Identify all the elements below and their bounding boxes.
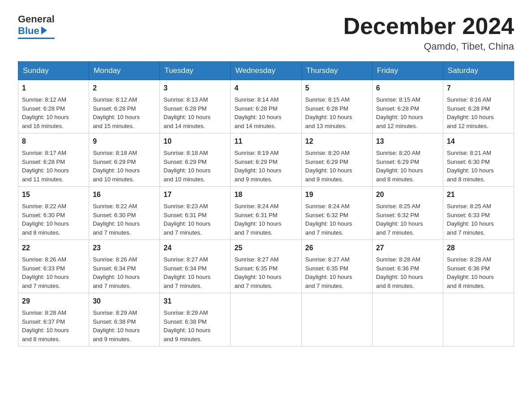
day-number: 31: [163, 296, 227, 307]
day-info: Sunrise: 8:19 AMSunset: 6:29 PMDaylight:…: [234, 149, 297, 184]
day-info: Sunrise: 8:28 AMSunset: 6:36 PMDaylight:…: [376, 255, 439, 290]
day-number: 30: [93, 296, 156, 307]
day-number: 19: [305, 189, 369, 200]
day-info: Sunrise: 8:18 AMSunset: 6:29 PMDaylight:…: [163, 149, 227, 184]
day-info: Sunrise: 8:12 AMSunset: 6:28 PMDaylight:…: [93, 95, 156, 130]
calendar-week-5: 29Sunrise: 8:28 AMSunset: 6:37 PMDayligh…: [18, 293, 514, 347]
day-info: Sunrise: 8:25 AMSunset: 6:32 PMDaylight:…: [376, 202, 439, 237]
calendar-cell: 29Sunrise: 8:28 AMSunset: 6:37 PMDayligh…: [18, 293, 89, 347]
day-info: Sunrise: 8:21 AMSunset: 6:30 PMDaylight:…: [447, 149, 510, 184]
day-info: Sunrise: 8:16 AMSunset: 6:28 PMDaylight:…: [447, 95, 510, 130]
calendar-cell: 2Sunrise: 8:12 AMSunset: 6:28 PMDaylight…: [89, 80, 160, 133]
calendar-cell: 27Sunrise: 8:28 AMSunset: 6:36 PMDayligh…: [372, 240, 443, 293]
day-info: Sunrise: 8:26 AMSunset: 6:33 PMDaylight:…: [22, 255, 85, 290]
logo-blue-text: Blue: [18, 25, 39, 37]
weekday-header-row: SundayMondayTuesdayWednesdayThursdayFrid…: [18, 62, 514, 80]
weekday-header-wednesday: Wednesday: [231, 62, 301, 80]
day-number: 25: [234, 243, 297, 253]
day-info: Sunrise: 8:26 AMSunset: 6:34 PMDaylight:…: [93, 255, 156, 290]
day-number: 5: [305, 83, 369, 94]
day-info: Sunrise: 8:28 AMSunset: 6:37 PMDaylight:…: [22, 308, 85, 343]
calendar-cell: [231, 293, 301, 347]
day-info: Sunrise: 8:29 AMSunset: 6:38 PMDaylight:…: [163, 308, 227, 343]
day-number: 3: [163, 83, 227, 94]
calendar-cell: 19Sunrise: 8:24 AMSunset: 6:32 PMDayligh…: [301, 187, 372, 240]
calendar-cell: 15Sunrise: 8:22 AMSunset: 6:30 PMDayligh…: [18, 187, 89, 240]
calendar-cell: 28Sunrise: 8:28 AMSunset: 6:36 PMDayligh…: [443, 240, 514, 293]
calendar-cell: 10Sunrise: 8:18 AMSunset: 6:29 PMDayligh…: [160, 133, 231, 187]
day-info: Sunrise: 8:14 AMSunset: 6:28 PMDaylight:…: [234, 95, 297, 130]
calendar-cell: 30Sunrise: 8:29 AMSunset: 6:38 PMDayligh…: [89, 293, 160, 347]
day-info: Sunrise: 8:15 AMSunset: 6:28 PMDaylight:…: [376, 95, 439, 130]
calendar-cell: 26Sunrise: 8:27 AMSunset: 6:35 PMDayligh…: [301, 240, 372, 293]
day-info: Sunrise: 8:22 AMSunset: 6:30 PMDaylight:…: [93, 202, 156, 237]
page-header: General Blue December 2024 Qamdo, Tibet,…: [18, 13, 514, 52]
calendar-cell: 3Sunrise: 8:13 AMSunset: 6:28 PMDaylight…: [160, 80, 231, 133]
day-number: 28: [447, 243, 510, 253]
day-number: 15: [22, 189, 85, 200]
calendar-cell: 12Sunrise: 8:20 AMSunset: 6:29 PMDayligh…: [301, 133, 372, 187]
day-number: 29: [22, 296, 85, 307]
day-info: Sunrise: 8:12 AMSunset: 6:28 PMDaylight:…: [22, 95, 85, 130]
calendar-cell: 8Sunrise: 8:17 AMSunset: 6:28 PMDaylight…: [18, 133, 89, 187]
day-number: 26: [305, 243, 369, 253]
calendar-table: SundayMondayTuesdayWednesdayThursdayFrid…: [18, 61, 514, 347]
day-info: Sunrise: 8:25 AMSunset: 6:33 PMDaylight:…: [447, 202, 510, 237]
weekday-header-friday: Friday: [372, 62, 443, 80]
day-number: 2: [93, 83, 156, 94]
location-title: Qamdo, Tibet, China: [343, 41, 514, 52]
day-info: Sunrise: 8:22 AMSunset: 6:30 PMDaylight:…: [22, 202, 85, 237]
day-number: 4: [234, 83, 297, 94]
day-info: Sunrise: 8:27 AMSunset: 6:35 PMDaylight:…: [234, 255, 297, 290]
day-number: 21: [447, 189, 510, 200]
logo-underline: [18, 38, 55, 39]
logo-arrow-icon: [41, 26, 47, 34]
calendar-cell: 16Sunrise: 8:22 AMSunset: 6:30 PMDayligh…: [89, 187, 160, 240]
day-number: 17: [163, 189, 227, 200]
day-number: 13: [376, 136, 439, 147]
weekday-header-monday: Monday: [89, 62, 160, 80]
calendar-cell: 9Sunrise: 8:18 AMSunset: 6:29 PMDaylight…: [89, 133, 160, 187]
calendar-cell: 6Sunrise: 8:15 AMSunset: 6:28 PMDaylight…: [372, 80, 443, 133]
calendar-cell: 18Sunrise: 8:24 AMSunset: 6:31 PMDayligh…: [231, 187, 301, 240]
day-info: Sunrise: 8:18 AMSunset: 6:29 PMDaylight:…: [93, 149, 156, 184]
day-number: 9: [93, 136, 156, 147]
day-number: 18: [234, 189, 297, 200]
day-number: 12: [305, 136, 369, 147]
day-info: Sunrise: 8:27 AMSunset: 6:35 PMDaylight:…: [305, 255, 369, 290]
day-info: Sunrise: 8:29 AMSunset: 6:38 PMDaylight:…: [93, 308, 156, 343]
day-number: 8: [22, 136, 85, 147]
calendar-cell: 22Sunrise: 8:26 AMSunset: 6:33 PMDayligh…: [18, 240, 89, 293]
calendar-week-1: 1Sunrise: 8:12 AMSunset: 6:28 PMDaylight…: [18, 80, 514, 133]
calendar-cell: 13Sunrise: 8:20 AMSunset: 6:29 PMDayligh…: [372, 133, 443, 187]
calendar-week-2: 8Sunrise: 8:17 AMSunset: 6:28 PMDaylight…: [18, 133, 514, 187]
day-number: 7: [447, 83, 510, 94]
calendar-cell: 4Sunrise: 8:14 AMSunset: 6:28 PMDaylight…: [231, 80, 301, 133]
day-number: 6: [376, 83, 439, 94]
calendar-cell: 14Sunrise: 8:21 AMSunset: 6:30 PMDayligh…: [443, 133, 514, 187]
day-number: 20: [376, 189, 439, 200]
day-info: Sunrise: 8:23 AMSunset: 6:31 PMDaylight:…: [163, 202, 227, 237]
day-number: 16: [93, 189, 156, 200]
day-number: 22: [22, 243, 85, 253]
day-number: 24: [163, 243, 227, 253]
day-info: Sunrise: 8:24 AMSunset: 6:32 PMDaylight:…: [305, 202, 369, 237]
calendar-cell: 23Sunrise: 8:26 AMSunset: 6:34 PMDayligh…: [89, 240, 160, 293]
weekday-header-saturday: Saturday: [443, 62, 514, 80]
day-number: 23: [93, 243, 156, 253]
calendar-cell: 11Sunrise: 8:19 AMSunset: 6:29 PMDayligh…: [231, 133, 301, 187]
day-number: 14: [447, 136, 510, 147]
calendar-cell: 25Sunrise: 8:27 AMSunset: 6:35 PMDayligh…: [231, 240, 301, 293]
day-number: 10: [163, 136, 227, 147]
day-info: Sunrise: 8:13 AMSunset: 6:28 PMDaylight:…: [163, 95, 227, 130]
day-info: Sunrise: 8:24 AMSunset: 6:31 PMDaylight:…: [234, 202, 297, 237]
day-info: Sunrise: 8:20 AMSunset: 6:29 PMDaylight:…: [305, 149, 369, 184]
day-number: 1: [22, 83, 85, 94]
calendar-cell: 31Sunrise: 8:29 AMSunset: 6:38 PMDayligh…: [160, 293, 231, 347]
logo-general-text: General: [18, 13, 55, 25]
calendar-cell: [301, 293, 372, 347]
calendar-cell: [372, 293, 443, 347]
title-area: December 2024 Qamdo, Tibet, China: [343, 13, 514, 52]
logo: General Blue: [18, 13, 55, 39]
calendar-week-3: 15Sunrise: 8:22 AMSunset: 6:30 PMDayligh…: [18, 187, 514, 240]
